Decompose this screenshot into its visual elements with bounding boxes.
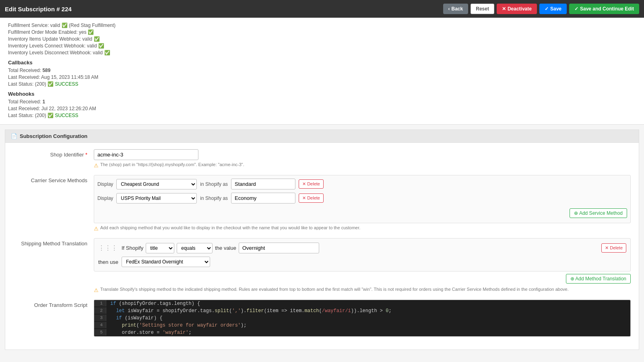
shop-identifier-input[interactable] <box>94 149 198 160</box>
then-use-text: then use <box>98 259 118 265</box>
line-num-2: 2 <box>94 307 106 314</box>
order-transform-script-row: Order Transform Script 1 if (shopifyOrde… <box>13 300 631 337</box>
carrier-service-methods-label: Carrier Service Methods <box>13 175 94 183</box>
translation-box: ⋮⋮⋮ If Shopify title code handle equals … <box>94 238 631 272</box>
carrier-service-methods-row: Carrier Service Methods Display Cheapest… <box>13 175 631 232</box>
x-icon: ✕ <box>502 6 506 12</box>
translation-if-row: ⋮⋮⋮ If Shopify title code handle equals … <box>98 243 626 253</box>
display-select-1[interactable]: Cheapest Ground USPS Priority Mail FedEx… <box>116 179 197 189</box>
webhooks-total: Total Received: 1 <box>8 99 636 105</box>
add-method-translation-button[interactable]: ⊕ Add Method Translation <box>566 274 631 284</box>
inv-update-line: Inventory Items Update Webhook: valid ✅ <box>8 36 636 42</box>
line-code-2: let isWayfair = shopifyOrder.tags.split(… <box>106 307 396 315</box>
shop-identifier-label: Shop Identifier * <box>13 149 94 158</box>
service-row-2: Display Cheapest Ground USPS Priority Ma… <box>97 193 627 204</box>
translation-value-input[interactable] <box>239 243 319 253</box>
save-continue-button[interactable]: ✓ Save and Continue Edit <box>569 4 639 14</box>
panel-header: 📄 Subscription Configuration <box>5 130 639 143</box>
valid-checkmark-icon4: ✅ <box>98 43 104 49</box>
valid-checkmark-icon5: ✅ <box>104 50 110 56</box>
shipping-method-translation-label: Shipping Method Translation <box>13 238 94 247</box>
line-code-5: order.store = 'wayfair'; <box>106 329 196 336</box>
order-transform-script-content: 1 if (shopifyOrder.tags.length) { 2 let … <box>94 300 631 337</box>
delete-translation-button[interactable]: ✕ Delete <box>601 243 626 253</box>
callbacks-last-received: Last Received: Aug 15, 2023 11:45:18 AM <box>8 74 636 80</box>
shipping-method-translation-row: Shipping Method Translation ⋮⋮⋮ If Shopi… <box>13 238 631 293</box>
shop-identifier-content: ⚠ The (shop) part in "https://{shop}.mys… <box>94 149 631 169</box>
if-shopify-text: If Shopify <box>122 245 143 251</box>
shipping-translation-hint: ⚠ Translate Shopify's shipping method to… <box>94 287 631 293</box>
webhooks-last-status: Last Status: (200) ✅ SUCCESS <box>8 113 636 118</box>
display-label-2: Display <box>97 195 113 201</box>
service-row-1: Display Cheapest Ground USPS Priority Ma… <box>97 179 627 189</box>
save-button[interactable]: ✓ Save <box>539 4 567 14</box>
valid-checkmark-icon3: ✅ <box>94 36 100 42</box>
panel-icon: 📄 <box>11 133 17 139</box>
plus-icon2: ⊕ <box>570 276 574 282</box>
shop-identifier-hint: ⚠ The (shop) part in "https://{shop}.mys… <box>94 162 631 169</box>
subscription-config-panel: 📄 Subscription Configuration Shop Identi… <box>5 130 639 350</box>
webhooks-last-received: Last Received: Jul 22, 2023 12:26:20 AM <box>8 106 636 111</box>
x-icon-del-trans: ✕ <box>605 245 609 250</box>
inv-connect-line: Inventory Levels Connect Webhook: valid … <box>8 43 636 49</box>
translation-delete-col: ✕ Delete <box>601 243 626 253</box>
method-select[interactable]: FedEx Standard Overnight FedEx 2Day UPS … <box>122 257 210 267</box>
operator-select[interactable]: equals contains starts with ends with <box>177 243 213 253</box>
fulfillment-service-line: Fulfillment Service: valid ✅ (Red Stag F… <box>8 23 636 28</box>
required-marker: * <box>85 152 87 158</box>
line-code-3: if (isWayfair) { <box>106 315 167 322</box>
shopify-as-label-2: in Shopify as <box>200 195 228 201</box>
drag-handle-icon[interactable]: ⋮⋮⋮ <box>98 244 118 252</box>
page-title: Edit Subscription # 224 <box>5 6 72 12</box>
line-code-1: if (shopifyOrder.tags.length) { <box>106 300 204 307</box>
translation-then-row: then use FedEx Standard Overnight FedEx … <box>98 257 626 267</box>
x-icon-delete2: ✕ <box>302 195 306 200</box>
line-num-4: 4 <box>94 322 106 328</box>
shopify-as-input-2[interactable] <box>231 193 295 204</box>
the-value-text: the value <box>215 245 236 251</box>
back-chevron-icon: ‹ <box>448 6 450 12</box>
order-mode-line: Fulfillment Order Mode Enabled: yes ✅ <box>8 29 636 35</box>
shipping-method-translation-content: ⋮⋮⋮ If Shopify title code handle equals … <box>94 238 631 293</box>
webhooks-title: Webhooks <box>8 91 636 97</box>
deactivate-button[interactable]: ✕ Deactivate <box>497 4 537 14</box>
top-bar-actions: ‹ Back Reset ✕ Deactivate ✓ Save ✓ Save … <box>443 4 639 14</box>
line-num-1: 1 <box>94 300 106 306</box>
check-icon: ✓ <box>545 6 549 12</box>
code-line-2: 2 let isWayfair = shopifyOrder.tags.spli… <box>94 307 630 315</box>
carrier-methods-hint: ⚠ Add each shipping method that you woul… <box>94 225 631 232</box>
shop-identifier-row: Shop Identifier * ⚠ The (shop) part in "… <box>13 149 631 169</box>
callbacks-title: Callbacks <box>8 60 636 66</box>
callbacks-total: Total Received: 589 <box>8 68 636 73</box>
fulfillment-info-section: Fulfillment Service: valid ✅ (Red Stag F… <box>0 18 644 125</box>
delete-service-1-button[interactable]: ✕ Delete <box>299 179 324 189</box>
webhooks-status-checkmark-icon: ✅ <box>47 113 54 118</box>
delete-service-2-button[interactable]: ✕ Delete <box>299 193 324 203</box>
plus-icon: ⊕ <box>574 210 578 216</box>
valid-checkmark-icon: ✅ <box>62 23 68 28</box>
warning-icon: ⚠ <box>94 162 99 169</box>
add-service-method-button[interactable]: ⊕ Add Service Method <box>570 208 627 218</box>
x-icon-delete1: ✕ <box>302 181 306 186</box>
shopify-as-input-1[interactable] <box>231 179 295 189</box>
inv-disconnect-line: Inventory Levels Disconnect Webhook: val… <box>8 50 636 56</box>
back-button[interactable]: ‹ Back <box>443 4 469 14</box>
line-code-4: print('Settings store for wayfair orders… <box>106 322 250 329</box>
shopify-as-label-1: in Shopify as <box>200 181 228 187</box>
top-bar: Edit Subscription # 224 ‹ Back Reset ✕ D… <box>0 0 644 18</box>
carrier-service-methods-content: Display Cheapest Ground USPS Priority Ma… <box>94 175 631 232</box>
code-line-4: 4 print('Settings store for wayfair orde… <box>94 322 630 329</box>
code-line-5: 5 order.store = 'wayfair'; <box>94 329 630 336</box>
display-select-2[interactable]: Cheapest Ground USPS Priority Mail FedEx… <box>116 193 197 204</box>
code-line-3: 3 if (isWayfair) { <box>94 315 630 322</box>
reset-button[interactable]: Reset <box>471 4 494 14</box>
valid-checkmark-icon2: ✅ <box>88 29 94 35</box>
panel-body: Shop Identifier * ⚠ The (shop) part in "… <box>5 143 639 350</box>
callbacks-last-status: Last Status: (200) ✅ SUCCESS <box>8 81 636 87</box>
status-checkmark-icon: ✅ <box>47 81 54 87</box>
warning-icon2: ⚠ <box>94 226 99 232</box>
field-select[interactable]: title code handle <box>146 243 174 253</box>
code-editor[interactable]: 1 if (shopifyOrder.tags.length) { 2 let … <box>94 300 631 337</box>
line-num-5: 5 <box>94 329 106 335</box>
service-methods-box: Display Cheapest Ground USPS Priority Ma… <box>94 175 631 223</box>
